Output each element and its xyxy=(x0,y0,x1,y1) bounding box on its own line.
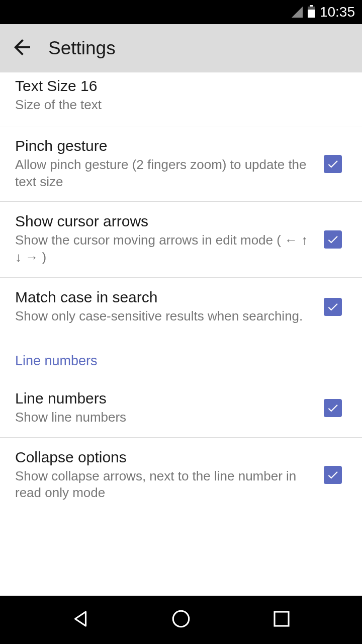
arrow-back-icon xyxy=(10,35,34,59)
settings-list[interactable]: Text Size 16 Size of the text Pinch gest… xyxy=(0,72,362,513)
setting-title: Match case in search xyxy=(15,289,314,306)
setting-text-size[interactable]: Text Size 16 Size of the text xyxy=(0,72,362,126)
status-bar: 10:35 xyxy=(0,0,362,24)
battery-icon xyxy=(308,7,315,18)
setting-title: Line numbers xyxy=(15,390,314,407)
setting-desc: Allow pinch gesture (2 fingers zoom) to … xyxy=(15,156,314,191)
nav-home-button[interactable] xyxy=(170,608,192,631)
setting-cursor-arrows[interactable]: Show cursor arrows Show the cursor movin… xyxy=(0,202,362,277)
svg-point-0 xyxy=(173,611,189,627)
setting-title: Pinch gesture xyxy=(15,137,314,154)
triangle-back-icon xyxy=(70,608,91,629)
checkbox-pinch[interactable] xyxy=(324,155,342,173)
navigation-bar xyxy=(0,596,362,644)
setting-pinch-gesture[interactable]: Pinch gesture Allow pinch gesture (2 fin… xyxy=(0,126,362,202)
checkbox-collapse[interactable] xyxy=(324,466,342,484)
nav-recent-button[interactable] xyxy=(271,608,292,631)
checkbox-cursor-arrows[interactable] xyxy=(324,230,342,249)
nav-back-button[interactable] xyxy=(70,608,91,631)
square-recent-icon xyxy=(271,608,292,629)
checkbox-line-numbers[interactable] xyxy=(324,399,342,417)
check-icon xyxy=(326,233,339,246)
setting-desc: Show collapse arrows, next to the line n… xyxy=(15,468,314,502)
setting-desc: Show line numbers xyxy=(15,409,314,426)
svg-rect-1 xyxy=(275,612,289,626)
setting-desc: Size of the text xyxy=(15,97,347,114)
setting-match-case[interactable]: Match case in search Show only case-sens… xyxy=(0,278,362,336)
check-icon xyxy=(326,401,339,415)
setting-title: Collapse options xyxy=(15,449,314,466)
check-icon xyxy=(326,300,339,313)
check-icon xyxy=(326,157,339,171)
page-title: Settings xyxy=(48,38,116,59)
checkbox-match-case[interactable] xyxy=(324,298,342,316)
setting-line-numbers[interactable]: Line numbers Show line numbers xyxy=(0,379,362,437)
setting-title: Show cursor arrows xyxy=(15,213,314,230)
check-icon xyxy=(326,468,339,481)
section-header-line-numbers: Line numbers xyxy=(0,336,362,379)
status-time: 10:35 xyxy=(320,4,355,20)
setting-desc: Show the cursor moving arrows in edit mo… xyxy=(15,232,314,266)
signal-icon xyxy=(292,7,303,18)
app-bar: Settings xyxy=(0,24,362,72)
setting-desc: Show only case-sensitive results when se… xyxy=(15,308,314,325)
setting-collapse-options[interactable]: Collapse options Show collapse arrows, n… xyxy=(0,438,362,513)
setting-title: Text Size 16 xyxy=(15,77,347,95)
circle-home-icon xyxy=(170,608,192,629)
back-button[interactable] xyxy=(10,35,34,61)
